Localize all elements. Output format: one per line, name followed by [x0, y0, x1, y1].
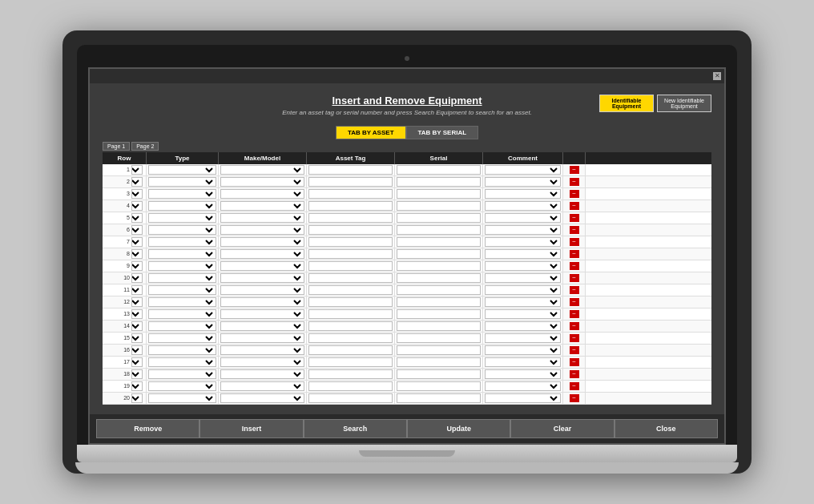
comment-select-9[interactable] [485, 261, 561, 271]
delete-row-button-7[interactable]: − [570, 238, 579, 246]
delete-row-button-19[interactable]: − [570, 382, 579, 390]
asset-tag-input-7[interactable] [308, 237, 393, 247]
make-model-select-18[interactable] [220, 369, 304, 379]
row-select-3[interactable] [131, 189, 143, 199]
delete-row-button-11[interactable]: − [570, 286, 579, 294]
row-select-11[interactable] [131, 285, 143, 295]
comment-select-11[interactable] [485, 285, 561, 295]
comment-select-19[interactable] [485, 381, 561, 391]
remove-button[interactable]: Remove [96, 419, 199, 438]
serial-input-20[interactable] [397, 393, 481, 403]
delete-row-button-4[interactable]: − [570, 202, 579, 210]
comment-select-2[interactable] [485, 177, 561, 187]
close-button[interactable]: Close [615, 419, 718, 438]
serial-input-5[interactable] [397, 213, 481, 223]
comment-select-8[interactable] [485, 249, 561, 259]
type-select-6[interactable] [148, 225, 216, 235]
comment-select-4[interactable] [485, 201, 561, 211]
window-close-button[interactable]: ✕ [713, 72, 721, 80]
asset-tag-input-18[interactable] [308, 369, 393, 379]
tab-by-serial[interactable]: TAB BY SERIAL [406, 126, 479, 139]
serial-input-4[interactable] [397, 201, 481, 211]
delete-row-button-10[interactable]: − [570, 274, 579, 282]
insert-button[interactable]: Insert [199, 419, 303, 438]
delete-row-button-14[interactable]: − [570, 322, 579, 330]
delete-row-button-18[interactable]: − [570, 370, 579, 378]
asset-tag-input-8[interactable] [308, 249, 393, 259]
row-select-6[interactable] [131, 225, 143, 235]
delete-row-button-5[interactable]: − [570, 214, 579, 222]
row-select-20[interactable] [131, 393, 143, 403]
row-select-1[interactable] [131, 165, 143, 175]
delete-row-button-16[interactable]: − [570, 346, 579, 354]
make-model-select-5[interactable] [220, 213, 304, 223]
type-select-19[interactable] [148, 381, 216, 391]
serial-input-7[interactable] [397, 237, 481, 247]
row-select-14[interactable] [131, 321, 143, 331]
delete-row-button-6[interactable]: − [570, 226, 579, 234]
delete-row-button-1[interactable]: − [570, 166, 579, 174]
row-select-7[interactable] [131, 237, 143, 247]
asset-tag-input-19[interactable] [308, 381, 393, 391]
type-select-9[interactable] [148, 261, 216, 271]
row-select-15[interactable] [131, 333, 143, 343]
identifiable-equipment-button[interactable]: Identifiable Equipment [599, 95, 654, 112]
page2-button[interactable]: Page 2 [131, 142, 159, 151]
asset-tag-input-16[interactable] [308, 345, 393, 355]
type-select-16[interactable] [148, 345, 216, 355]
asset-tag-input-15[interactable] [308, 333, 393, 343]
type-select-12[interactable] [148, 297, 216, 307]
comment-select-1[interactable] [485, 165, 561, 175]
make-model-select-6[interactable] [220, 225, 304, 235]
delete-row-button-13[interactable]: − [570, 310, 579, 318]
asset-tag-input-9[interactable] [308, 261, 393, 271]
serial-input-1[interactable] [397, 165, 481, 175]
type-select-3[interactable] [148, 189, 216, 199]
serial-input-8[interactable] [397, 249, 481, 259]
asset-tag-input-4[interactable] [308, 201, 393, 211]
delete-row-button-2[interactable]: − [570, 178, 579, 186]
type-select-10[interactable] [148, 273, 216, 283]
type-select-2[interactable] [148, 177, 216, 187]
asset-tag-input-6[interactable] [308, 225, 393, 235]
delete-row-button-8[interactable]: − [570, 250, 579, 258]
make-model-select-14[interactable] [220, 321, 304, 331]
new-identifiable-equipment-button[interactable]: New Identifiable Equipment [657, 95, 711, 112]
type-select-18[interactable] [148, 369, 216, 379]
asset-tag-input-3[interactable] [308, 189, 393, 199]
delete-row-button-17[interactable]: − [570, 358, 579, 366]
type-select-5[interactable] [148, 213, 216, 223]
type-select-7[interactable] [148, 237, 216, 247]
make-model-select-1[interactable] [220, 165, 304, 175]
serial-input-11[interactable] [397, 285, 481, 295]
search-button[interactable]: Search [304, 419, 407, 438]
asset-tag-input-11[interactable] [308, 285, 393, 295]
asset-tag-input-14[interactable] [308, 321, 393, 331]
type-select-17[interactable] [148, 357, 216, 367]
asset-tag-input-1[interactable] [308, 165, 393, 175]
asset-tag-input-20[interactable] [308, 393, 393, 403]
comment-select-10[interactable] [485, 273, 561, 283]
type-select-11[interactable] [148, 285, 216, 295]
serial-input-19[interactable] [397, 381, 481, 391]
comment-select-18[interactable] [485, 369, 561, 379]
type-select-15[interactable] [148, 333, 216, 343]
asset-tag-input-13[interactable] [308, 309, 393, 319]
row-select-5[interactable] [131, 213, 143, 223]
serial-input-6[interactable] [397, 225, 481, 235]
serial-input-3[interactable] [397, 189, 481, 199]
make-model-select-7[interactable] [220, 237, 304, 247]
serial-input-14[interactable] [397, 321, 481, 331]
make-model-select-8[interactable] [220, 249, 304, 259]
serial-input-16[interactable] [397, 345, 481, 355]
row-select-9[interactable] [131, 261, 143, 271]
asset-tag-input-2[interactable] [308, 177, 393, 187]
row-select-13[interactable] [131, 309, 143, 319]
comment-select-14[interactable] [485, 321, 561, 331]
make-model-select-4[interactable] [220, 201, 304, 211]
comment-select-6[interactable] [485, 225, 561, 235]
make-model-select-15[interactable] [220, 333, 304, 343]
row-select-2[interactable] [131, 177, 143, 187]
make-model-select-20[interactable] [220, 393, 304, 403]
make-model-select-9[interactable] [220, 261, 304, 271]
